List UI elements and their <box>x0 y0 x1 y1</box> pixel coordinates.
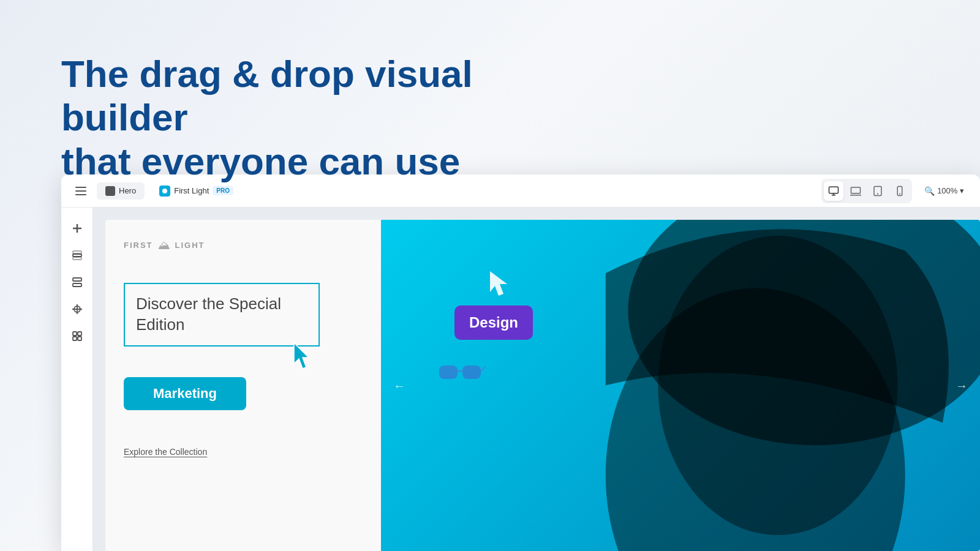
website-right-panel: Design ← <box>381 220 980 551</box>
canvas-area[interactable]: FIRST ⛰ LIGHT Discover the Special Editi… <box>93 208 980 551</box>
glasses-icon <box>439 361 488 391</box>
hero-title: The drag & drop visual builder that ever… <box>61 52 527 183</box>
device-tablet-button[interactable] <box>868 181 888 201</box>
headline-text: Discover the Special Edition <box>136 294 307 335</box>
widgets-button[interactable] <box>66 298 88 320</box>
svg-rect-11 <box>73 251 81 253</box>
tab-icon <box>105 186 115 196</box>
page-name: First Light <box>174 186 209 195</box>
svg-rect-3 <box>851 187 861 193</box>
svg-rect-10 <box>73 254 81 257</box>
hero-section: The drag & drop visual builder that ever… <box>61 52 527 183</box>
zoom-control[interactable]: 🔍 100% ▾ <box>918 184 970 198</box>
design-badge: Design <box>454 305 533 340</box>
blocks-button[interactable] <box>66 271 88 293</box>
device-switcher <box>821 179 912 203</box>
brand-name: FIRST <box>124 241 153 250</box>
nav-prev-button[interactable]: ← <box>393 378 405 392</box>
layers-button[interactable] <box>66 244 88 266</box>
nav-next-button[interactable]: → <box>956 378 968 392</box>
svg-rect-20 <box>73 337 77 340</box>
cursor-arrow-icon <box>289 340 314 371</box>
app-window: Hero First Light PRO <box>61 174 980 551</box>
hero-line2: that everyone can use <box>61 140 527 183</box>
device-laptop-button[interactable] <box>846 181 865 201</box>
hamburger-button[interactable] <box>71 181 91 201</box>
headline-box: Discover the Special Edition <box>124 283 320 347</box>
pro-badge: PRO <box>213 186 233 195</box>
tab-label: Hero <box>119 186 136 195</box>
svg-rect-27 <box>439 365 458 379</box>
brand-icon: ⛰ <box>158 238 170 252</box>
brand-logo: FIRST ⛰ LIGHT <box>124 238 363 252</box>
explore-text: Explore the Collection <box>124 447 207 457</box>
website-left-panel: FIRST ⛰ LIGHT Discover the Special Editi… <box>105 220 381 551</box>
marketing-button[interactable]: Marketing <box>124 377 246 410</box>
media-button[interactable] <box>66 325 88 347</box>
svg-rect-28 <box>462 365 481 379</box>
svg-rect-13 <box>73 278 81 281</box>
page-selector[interactable]: First Light PRO <box>151 182 242 200</box>
svg-marker-26 <box>490 271 507 296</box>
search-icon: 🔍 <box>924 186 935 196</box>
white-cursor-icon <box>485 269 516 299</box>
explore-link[interactable]: Explore the Collection <box>124 447 363 457</box>
svg-rect-21 <box>78 337 81 340</box>
svg-marker-22 <box>294 343 309 369</box>
add-element-button[interactable] <box>66 217 88 239</box>
design-badge-text: Design <box>469 314 518 331</box>
svg-line-31 <box>481 367 486 371</box>
hamburger-icon <box>75 187 86 195</box>
svg-rect-14 <box>73 283 81 287</box>
svg-rect-0 <box>829 187 839 193</box>
hero-line1: The drag & drop visual builder <box>61 52 527 140</box>
brand-name-2: LIGHT <box>175 241 205 250</box>
glasses-decoration <box>439 361 488 394</box>
svg-rect-18 <box>73 332 77 335</box>
left-sidebar <box>61 208 93 551</box>
device-mobile-button[interactable] <box>890 181 910 201</box>
svg-rect-12 <box>73 257 81 260</box>
tab-hero[interactable]: Hero <box>97 182 145 200</box>
marketing-label: Marketing <box>153 386 217 402</box>
main-area: FIRST ⛰ LIGHT Discover the Special Editi… <box>61 208 980 551</box>
svg-rect-19 <box>78 332 81 335</box>
zoom-value: 100% ▾ <box>937 186 964 195</box>
website-preview: FIRST ⛰ LIGHT Discover the Special Editi… <box>105 220 980 551</box>
device-desktop-button[interactable] <box>824 181 843 201</box>
page-dot-icon <box>159 186 170 197</box>
